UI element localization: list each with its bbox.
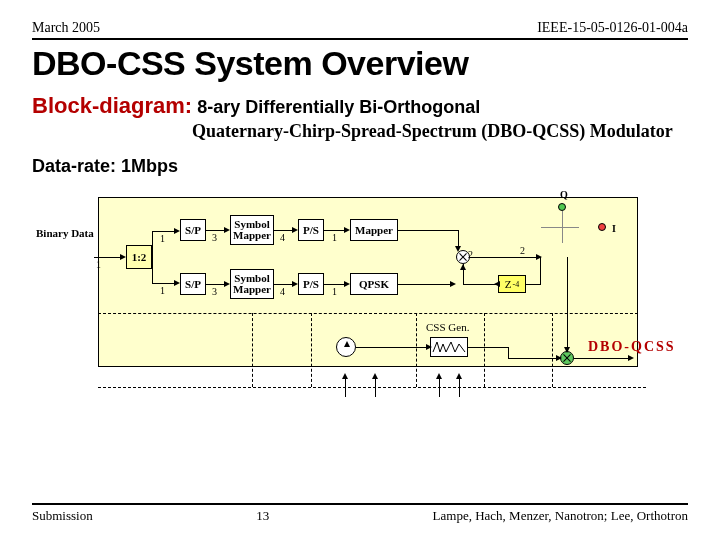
i-label: I — [612, 223, 616, 234]
wire — [152, 231, 176, 232]
port-mult: 2 — [468, 249, 473, 260]
port-ps-in1: 4 — [280, 232, 285, 243]
arrow-icon — [628, 355, 634, 361]
output-label: DBO-QCSS — [588, 339, 676, 355]
wire — [439, 379, 440, 397]
dashed-divider — [311, 313, 312, 387]
q-label: Q — [560, 189, 568, 200]
wire — [398, 230, 458, 231]
i-node-icon — [598, 223, 606, 231]
arrow-icon — [556, 355, 562, 361]
arrow-icon — [426, 344, 432, 350]
dashed-divider — [552, 313, 553, 387]
wire — [567, 257, 568, 351]
wire — [508, 347, 509, 358]
dashed-divider — [252, 313, 253, 387]
arrow-icon — [455, 246, 461, 252]
wire — [152, 231, 153, 283]
block-diagram: Binary Data 1 1:2 1 1 S/P S/P 3 3 Symbol… — [36, 187, 676, 417]
wire — [324, 284, 346, 285]
subtitle-line2: Quaternary-Chirp-Spread-Spectrum (DBO-QC… — [192, 121, 688, 142]
wire — [470, 257, 538, 258]
binary-data-label: Binary Data — [36, 227, 94, 239]
ps-block-top: P/S — [298, 219, 324, 241]
port-z: 2 — [520, 245, 525, 256]
symbol-mapper-top: Symbol Mapper — [230, 215, 274, 245]
ps-block-bot: P/S — [298, 273, 324, 295]
dashed-divider — [98, 387, 646, 388]
subtitle-line1: 8-ary Differentially Bi-Orthogonal — [197, 97, 480, 117]
dashed-divider — [416, 313, 417, 387]
z-exp: -4 — [513, 280, 520, 289]
wire — [206, 230, 226, 231]
data-rate: Data-rate: 1Mbps — [32, 156, 688, 177]
chirp-icon — [431, 338, 467, 356]
port-sp-out1: 3 — [212, 232, 217, 243]
dashed-divider — [98, 313, 638, 314]
wire — [468, 347, 508, 348]
wire — [345, 379, 346, 397]
port-sp-in2: 1 — [160, 285, 165, 296]
symbol-mapper-bot: Symbol Mapper — [230, 269, 274, 299]
wire — [398, 284, 452, 285]
port-ps-out2: 1 — [332, 286, 337, 297]
wire — [526, 284, 540, 285]
css-gen-label: CSS Gen. — [426, 321, 469, 333]
wire — [94, 257, 122, 258]
wire — [274, 230, 294, 231]
arrow-icon — [494, 281, 500, 287]
clock-hand-icon — [344, 341, 350, 347]
wire — [324, 230, 346, 231]
css-waveform-icon — [430, 337, 468, 357]
z-label: Z — [505, 278, 512, 290]
page-title: DBO-CSS System Overview — [32, 44, 688, 83]
port-sp-out2: 3 — [212, 286, 217, 297]
port-in: 1 — [96, 259, 101, 270]
arrow-icon — [564, 347, 570, 353]
wire — [274, 284, 294, 285]
wire — [356, 347, 430, 348]
clock-icon — [336, 337, 356, 357]
wire — [206, 284, 226, 285]
splitter-block: 1:2 — [126, 245, 152, 269]
dashed-divider — [484, 313, 485, 387]
iq-axis — [562, 211, 563, 243]
sp-block-bot: S/P — [180, 273, 206, 295]
port-ps-out1: 1 — [332, 232, 337, 243]
wire — [574, 358, 630, 359]
delay-block: Z-4 — [498, 275, 526, 293]
wire — [459, 379, 460, 397]
block-diagram-tag: Block-diagram: — [32, 93, 192, 118]
sp-block-top: S/P — [180, 219, 206, 241]
port-sp-in1: 1 — [160, 233, 165, 244]
footer-page: 13 — [256, 508, 269, 524]
footer: Submission 13 Lampe, Hach, Menzer, Nanot… — [32, 503, 688, 524]
qpsk-block: QPSK — [350, 273, 398, 295]
header-date: March 2005 — [32, 20, 100, 36]
q-node-icon — [558, 203, 566, 211]
iq-axis — [541, 227, 579, 228]
wire — [375, 379, 376, 397]
arrow-icon — [536, 254, 542, 260]
port-ps-in2: 4 — [280, 286, 285, 297]
mapper-block: Mapper — [350, 219, 398, 241]
header-docnum: IEEE-15-05-0126-01-004a — [537, 20, 688, 36]
multiplier-green-icon — [560, 351, 574, 365]
footer-right: Lampe, Hach, Menzer, Nanotron; Lee, Orth… — [433, 508, 688, 524]
arrow-icon — [450, 281, 456, 287]
footer-left: Submission — [32, 508, 93, 524]
wire — [152, 283, 176, 284]
wire — [540, 257, 541, 285]
arrow-icon — [460, 264, 466, 270]
